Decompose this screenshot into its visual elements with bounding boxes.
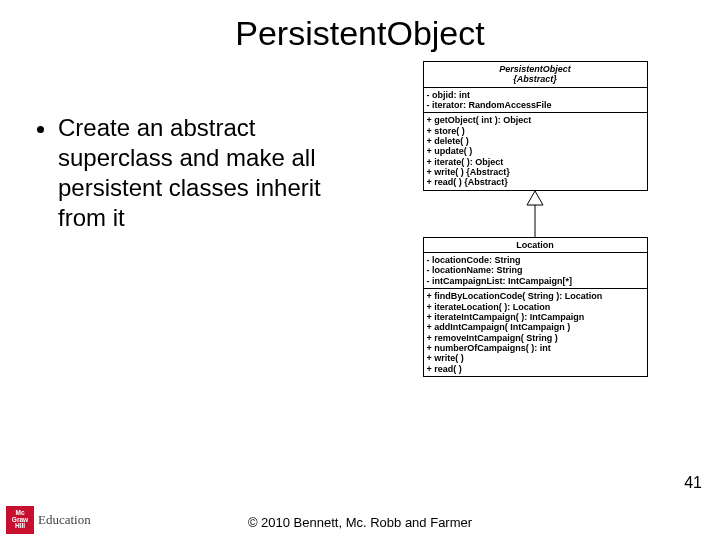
- uml-diagram: PersistentObject {Abstract} - objid: int…: [360, 57, 700, 377]
- uml-class-persistentobject: PersistentObject {Abstract} - objid: int…: [423, 61, 648, 191]
- logo-text: Education: [38, 512, 91, 528]
- uml-top-ops: + getObject( int ): Object + store( ) + …: [424, 113, 647, 189]
- bullet-list: Create an abstract superclass and make a…: [0, 57, 360, 377]
- uml-top-stereo: {Abstract}: [427, 74, 644, 84]
- uml-top-name: PersistentObject: [427, 64, 644, 74]
- logo-icon: Mc Graw Hill: [6, 506, 34, 534]
- slide-title: PersistentObject: [0, 0, 720, 53]
- publisher-logo: Mc Graw Hill Education: [6, 506, 91, 534]
- inheritance-arrow-icon: [528, 191, 542, 237]
- uml-bottom-name: Location: [427, 240, 644, 250]
- bullet-item: Create an abstract superclass and make a…: [58, 113, 360, 233]
- uml-top-attrs: - objid: int - iterator: RandomAccessFil…: [424, 88, 647, 114]
- svg-marker-0: [527, 191, 543, 205]
- page-number: 41: [684, 474, 702, 492]
- uml-class-location: Location - locationCode: String - locati…: [423, 237, 648, 377]
- uml-bottom-ops: + findByLocationCode( String ): Location…: [424, 289, 647, 376]
- uml-bottom-attrs: - locationCode: String - locationName: S…: [424, 253, 647, 289]
- footer-text: © 2010 Bennett, Mc. Robb and Farmer: [0, 515, 720, 530]
- content-area: Create an abstract superclass and make a…: [0, 57, 720, 377]
